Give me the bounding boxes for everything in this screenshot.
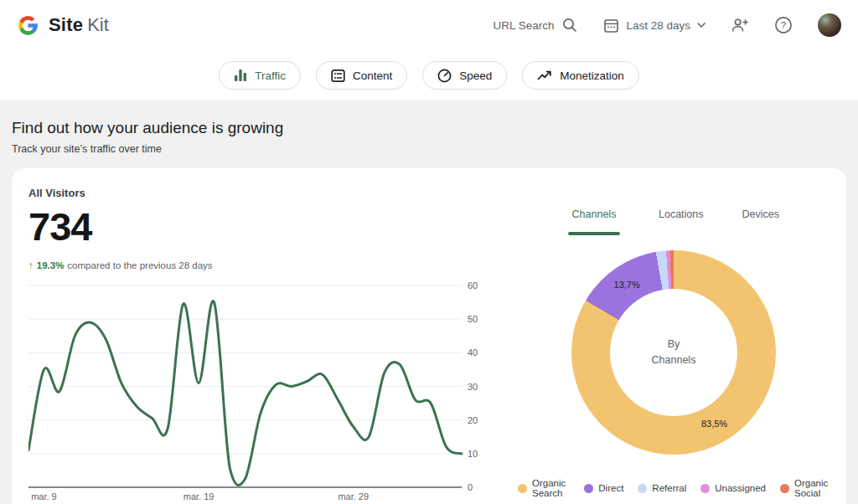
visitors-line-chart: 0102030405060mar. 9mar. 19mar. 29 xyxy=(28,279,498,504)
legend-label: Referral xyxy=(652,483,686,493)
speedometer-icon xyxy=(437,69,452,83)
legend-dot xyxy=(700,484,710,493)
legend-label: Organic Search xyxy=(532,478,570,498)
breakdown-tabs: Channels Locations Devices xyxy=(518,208,830,240)
svg-text:?: ? xyxy=(781,20,786,30)
visitors-label: All Visitors xyxy=(28,187,498,199)
brand-name-primary: Site xyxy=(49,14,83,35)
tab-devices[interactable]: Devices xyxy=(742,208,779,240)
svg-text:mar. 29: mar. 29 xyxy=(338,491,369,501)
legend-dot xyxy=(584,484,593,493)
trending-up-icon xyxy=(537,69,552,81)
tab-label: Devices xyxy=(742,208,779,220)
legend-label: Unassigned xyxy=(715,483,766,493)
dashboard-nav: Traffic Content Speed Monetization xyxy=(0,50,858,100)
legend-dot xyxy=(638,484,647,493)
donut-hole: By Channels xyxy=(610,289,737,416)
svg-text:50: 50 xyxy=(468,314,478,324)
tab-locations[interactable]: Locations xyxy=(659,208,704,240)
tab-label: Channels xyxy=(572,208,617,220)
change-text: compared to the previous 28 days xyxy=(67,260,212,270)
section-subtitle: Track your site’s traffic over time xyxy=(12,143,846,155)
svg-text:30: 30 xyxy=(468,382,478,392)
legend-label: Organic Social xyxy=(794,478,830,498)
visitors-value: 734 xyxy=(28,203,498,249)
nav-tab-label: Monetization xyxy=(560,69,624,82)
calendar-icon xyxy=(603,18,619,33)
content-area: Find out how your audience is growing Tr… xyxy=(0,100,858,504)
nav-tab-traffic[interactable]: Traffic xyxy=(219,61,301,90)
nav-tab-speed[interactable]: Speed xyxy=(422,61,507,90)
tab-channels[interactable]: Channels xyxy=(568,208,620,240)
donut-slice-label: 13,7% xyxy=(614,280,640,290)
svg-text:mar. 9: mar. 9 xyxy=(31,491,57,501)
tab-label: Locations xyxy=(659,208,704,220)
legend-dot xyxy=(780,484,789,493)
nav-tab-label: Speed xyxy=(459,69,492,82)
brand-name-secondary: Kit xyxy=(87,14,109,35)
top-bar: SiteKit URL Search Last 28 days xyxy=(0,0,858,50)
person-add-icon xyxy=(731,17,749,33)
nav-tab-label: Content xyxy=(353,69,392,82)
url-search-label: URL Search xyxy=(493,19,554,32)
change-arrow-icon: ↑ xyxy=(28,260,34,270)
svg-text:60: 60 xyxy=(468,280,478,291)
chevron-down-icon xyxy=(697,23,706,28)
svg-text:40: 40 xyxy=(468,347,478,357)
nav-tab-monetization[interactable]: Monetization xyxy=(522,61,639,90)
all-visitors-card: All Visitors 734 ↑19.3% compared to the … xyxy=(12,168,846,504)
svg-text:20: 20 xyxy=(468,415,478,425)
donut-slice-label: 83,5% xyxy=(701,419,727,429)
section-title: Find out how your audience is growing xyxy=(12,119,846,137)
date-range-label: Last 28 days xyxy=(626,19,690,32)
active-tab-underline xyxy=(568,232,620,235)
nav-tab-content[interactable]: Content xyxy=(316,61,407,90)
donut-center-label: By Channels xyxy=(652,337,696,368)
line-chart-svg: 0102030405060mar. 9mar. 19mar. 29 xyxy=(28,279,481,504)
change-percent: 19.3% xyxy=(37,260,65,270)
help-icon: ? xyxy=(774,16,793,34)
help-button[interactable]: ? xyxy=(774,16,793,34)
legend-label: Direct xyxy=(598,483,623,493)
nav-tab-label: Traffic xyxy=(255,69,286,82)
app-logo: SiteKit xyxy=(17,14,109,37)
date-range-selector[interactable]: Last 28 days xyxy=(603,18,706,33)
add-user-button[interactable] xyxy=(731,17,749,33)
url-search[interactable]: URL Search xyxy=(493,17,578,33)
svg-text:mar. 19: mar. 19 xyxy=(183,491,214,501)
search-icon[interactable] xyxy=(561,17,578,33)
legend-dot xyxy=(518,484,527,493)
legend-item: Referral xyxy=(638,483,686,493)
visitors-change: ↑19.3% compared to the previous 28 days xyxy=(28,260,498,270)
svg-text:0: 0 xyxy=(468,482,473,492)
legend-item: Direct xyxy=(584,483,623,493)
svg-text:10: 10 xyxy=(468,449,478,459)
legend-item: Organic Search xyxy=(518,478,570,498)
channels-donut-chart: By Channels 83,5%13,7% xyxy=(571,250,776,455)
content-list-icon xyxy=(331,69,345,83)
google-g-icon xyxy=(17,14,39,37)
donut-legend: Organic Search Direct Referral Unassigne… xyxy=(518,478,830,498)
legend-item: Organic Social xyxy=(780,478,830,498)
legend-item: Unassigned xyxy=(700,483,766,493)
user-avatar[interactable] xyxy=(818,13,841,37)
traffic-bars-icon xyxy=(234,69,247,82)
